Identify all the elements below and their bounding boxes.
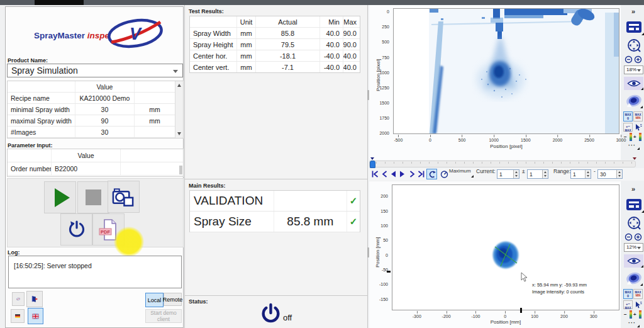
colorbar-decrease-button[interactable]: −: [624, 310, 633, 319]
display-settings-button[interactable]: [624, 196, 644, 213]
camera-plot-canvas[interactable]: [393, 8, 619, 134]
colorbar-gradient: [639, 133, 641, 141]
timeline-handle[interactable]: [370, 161, 375, 168]
table-row: Order numberB22000: [8, 162, 183, 176]
last-frame-button[interactable]: [417, 170, 425, 178]
main-results-label: Main Results:: [189, 183, 226, 189]
display-settings-button[interactable]: [624, 19, 644, 35]
divider: [185, 295, 367, 296]
language-german-button[interactable]: [11, 309, 25, 323]
power-status-icon[interactable]: [259, 302, 282, 325]
expand-panel-button[interactable]: »: [631, 185, 635, 193]
scroll-up-icon[interactable]: [177, 84, 181, 87]
geo-y-ticks: 200150100500-50-100-150: [369, 184, 391, 310]
parameter-table-scrollbar[interactable]: [179, 166, 182, 174]
scale-symmetric-button[interactable]: +−MAX: [623, 123, 633, 132]
spin-up-icon[interactable]: [544, 171, 547, 173]
zoom-out-button[interactable]: [625, 55, 633, 64]
header-cell: Actual: [256, 16, 320, 27]
previous-frame-button[interactable]: [380, 170, 389, 178]
scale-max-min-button[interactable]: MAXMIN: [633, 289, 643, 299]
scroll-down-icon[interactable]: [177, 132, 181, 135]
zoom-level-select[interactable]: 12%: [624, 243, 643, 252]
zoom-level-select[interactable]: 18%: [624, 65, 643, 74]
geo-plot-canvas[interactable]: [392, 184, 619, 310]
colorbar-gradient: [630, 133, 632, 141]
spin-down-icon[interactable]: [515, 175, 518, 177]
zoom-level-value: 18%: [626, 67, 636, 72]
language-english-button[interactable]: [28, 308, 43, 324]
colorbar-increase-button[interactable]: +: [633, 310, 642, 319]
scale-max-zero-button[interactable]: MAX0: [623, 289, 633, 299]
spinner-buttons[interactable]: [616, 170, 622, 178]
spin-down-icon[interactable]: [618, 175, 621, 177]
cell: KA210000 Demo: [75, 93, 135, 103]
remote-mode-button[interactable]: Remote: [164, 293, 182, 306]
frame-window-spinner[interactable]: 1: [527, 169, 548, 179]
scale-max-zero-button[interactable]: MAX0: [623, 111, 633, 122]
current-frame-spinner[interactable]: 1: [497, 169, 519, 179]
spin-down-icon[interactable]: [587, 175, 589, 177]
pdf-report-button[interactable]: PDF: [92, 213, 125, 246]
view-options-button[interactable]: [624, 77, 643, 90]
fit-view-button[interactable]: [626, 215, 642, 230]
chevron-down-icon: [637, 69, 641, 72]
colorbar-increase-button[interactable]: +: [633, 133, 642, 142]
geo-x-ticks: -300-200-1000100200300: [392, 312, 619, 319]
expand-panel-button[interactable]: »: [631, 8, 635, 15]
restart-server-button[interactable]: [60, 213, 92, 246]
scale-max-min-button[interactable]: MAXMIN: [633, 111, 643, 122]
maximum-mode-button[interactable]: [440, 170, 448, 178]
display-settings-icon: [626, 21, 641, 33]
cell: 40.0: [343, 62, 360, 72]
play-forward-button[interactable]: [398, 170, 406, 178]
local-mode-button[interactable]: Local: [145, 293, 164, 307]
next-frame-button[interactable]: [408, 170, 416, 178]
colormap-button[interactable]: [625, 271, 643, 286]
view-options-button[interactable]: [624, 254, 643, 268]
zoom-in-button[interactable]: [634, 55, 642, 64]
about-button[interactable]: [12, 292, 25, 306]
exit-button[interactable]: [26, 291, 43, 307]
more-options-button[interactable]: ···: [628, 320, 636, 326]
play-backward-button[interactable]: [389, 170, 397, 178]
recipe-table-scrollbar[interactable]: [175, 81, 183, 138]
spinner-buttons[interactable]: [513, 170, 519, 178]
start-demo-client-button[interactable]: Start demo client: [145, 309, 182, 323]
more-options-button[interactable]: ···: [628, 142, 636, 149]
app-logo-text: SprayMaster inspex: [34, 31, 114, 40]
cell: mm: [135, 104, 175, 115]
max-label: MAX: [624, 307, 632, 310]
cell: 90: [75, 115, 135, 126]
snapshot-button[interactable]: [108, 181, 140, 213]
spinner-buttons[interactable]: [585, 170, 591, 178]
spinner-buttons[interactable]: [542, 170, 548, 178]
first-frame-button[interactable]: [371, 170, 379, 178]
product-name-select[interactable]: Spray Simulation: [7, 64, 183, 77]
log-line: [16:50:25]: Server stopped: [14, 262, 92, 269]
start-button[interactable]: [44, 181, 76, 213]
log-output[interactable]: [16:50:25]: Server stopped: [8, 256, 182, 288]
range-to-spinner[interactable]: 30: [597, 169, 623, 179]
spin-down-icon[interactable]: [544, 175, 547, 177]
header-cell: [8, 149, 52, 162]
zoom-out-button[interactable]: [625, 233, 633, 241]
pick-value-button[interactable]: [633, 123, 643, 132]
colorbar-decrease-button[interactable]: −: [624, 133, 633, 142]
pick-value-button[interactable]: [633, 300, 643, 309]
timeline-ticks: [376, 162, 633, 164]
scale-symmetric-button[interactable]: +−MAX: [623, 300, 633, 309]
spin-up-icon[interactable]: [618, 171, 621, 173]
dropdown-corner: [640, 106, 643, 108]
stop-button[interactable]: [77, 181, 109, 213]
range-from-spinner[interactable]: 1: [570, 169, 591, 179]
spin-up-icon[interactable]: [515, 171, 518, 173]
parameter-table: ValueOrder numberB22000: [7, 149, 184, 177]
loop-playback-button[interactable]: [426, 169, 437, 179]
zoom-in-button[interactable]: [634, 233, 642, 241]
frame-timeline[interactable]: [369, 161, 636, 167]
colormap-button[interactable]: [625, 94, 643, 108]
fit-view-button[interactable]: [626, 38, 642, 53]
spin-up-icon[interactable]: [587, 171, 589, 173]
maximum-label[interactable]: Maximum: [449, 168, 471, 174]
